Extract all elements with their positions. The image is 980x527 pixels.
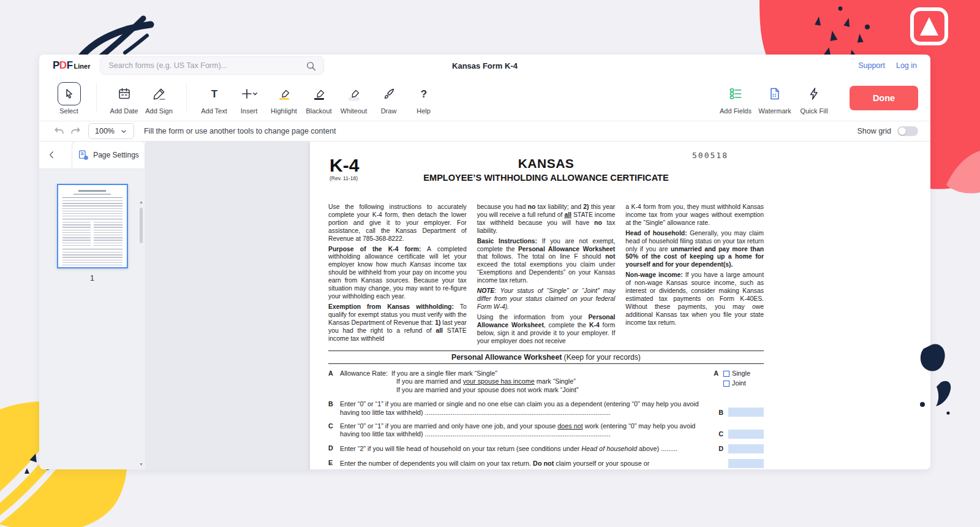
redo-button[interactable] xyxy=(67,123,83,139)
pdfliner-badge xyxy=(912,9,946,44)
navy-drips xyxy=(815,7,870,59)
show-grid-toggle[interactable] xyxy=(897,126,918,136)
paragraph: Head of household: Generally, you may cl… xyxy=(625,230,764,270)
topbar: PDF Liner Kansas Form K-4 Support Log in xyxy=(39,55,930,75)
instruction-column-1: Use the following instructions to accura… xyxy=(328,203,467,347)
paragraph: Purpose of the K-4 form: A completed wit… xyxy=(328,246,467,301)
field-e[interactable] xyxy=(728,459,764,468)
field-b[interactable] xyxy=(728,408,764,417)
single-checkbox[interactable] xyxy=(723,371,729,377)
svg-text:?: ? xyxy=(420,88,426,99)
form-revision: (Rev. 11-18) xyxy=(330,175,358,181)
tab-page-settings[interactable]: Page Settings xyxy=(72,141,145,169)
tool-highlight[interactable]: Highlight xyxy=(266,82,301,115)
zoom-value: 100% xyxy=(95,127,115,135)
form-title: KANSAS xyxy=(383,156,709,171)
add-fields-icon xyxy=(724,82,747,105)
option-single[interactable]: Single xyxy=(723,370,764,377)
whiteout-marker-icon xyxy=(342,82,366,105)
blackout-marker-icon xyxy=(307,82,331,105)
tool-add-sign[interactable]: Add Sign xyxy=(141,82,176,115)
logo-text: P xyxy=(53,59,59,72)
tool-draw[interactable]: Draw xyxy=(371,82,406,115)
instructions: Use the following instructions to accura… xyxy=(328,203,764,347)
tool-blackout[interactable]: Blackout xyxy=(301,82,336,115)
worksheet-line-e: E Enter the number of dependents you wil… xyxy=(328,459,764,468)
toolbar-right: Add Fields Watermark Quick Fill Done xyxy=(716,82,918,115)
option-joint[interactable]: Joint xyxy=(723,379,764,387)
topbar-links: Support Log in xyxy=(858,61,917,70)
option-label: Joint xyxy=(732,379,746,387)
option-label: Single xyxy=(732,370,750,377)
brush-icon xyxy=(377,82,401,105)
pink-accent xyxy=(946,151,980,194)
field-d[interactable] xyxy=(728,444,764,453)
page-settings-icon xyxy=(78,150,89,161)
form-code: K-4 xyxy=(330,156,359,175)
page-number: 1 xyxy=(39,274,145,282)
line-letter: D xyxy=(328,444,340,452)
chevron-down-icon xyxy=(120,128,127,134)
form-subtitle: EMPLOYEE’S WITHHOLDING ALLOWANCE CERTIFI… xyxy=(383,173,709,183)
tool-quick-fill[interactable]: Quick Fill xyxy=(794,82,834,115)
line-ref: A xyxy=(707,370,718,377)
select-icon xyxy=(58,82,81,105)
tool-help[interactable]: ? Help xyxy=(406,82,441,115)
pdf-page: 500518 K-4 (Rev. 11-18) KANSAS EMPLOYEE’… xyxy=(310,142,782,469)
collapse-panel-button[interactable] xyxy=(39,141,65,169)
allowance-options: Single Joint xyxy=(723,370,764,390)
undo-button[interactable] xyxy=(51,123,67,139)
panel-scrollbar: ▲ ▼ xyxy=(138,199,145,468)
right-panel xyxy=(782,142,930,469)
paragraph: a K-4 form from you, they must withhold … xyxy=(625,203,764,227)
tool-add-text[interactable]: T Add Text xyxy=(197,82,232,115)
tool-add-fields[interactable]: Add Fields xyxy=(716,82,755,115)
line-text: Enter the number of dependents you will … xyxy=(340,460,710,468)
subtoolbar: 100% Fill the form or use another tools … xyxy=(39,121,930,142)
watermark-icon xyxy=(763,82,786,105)
line-ref: D xyxy=(712,445,723,453)
toolbar-hint: Fill the form or use another tools to ch… xyxy=(144,127,336,135)
instruction-column-2: because you had no tax liability; and 2)… xyxy=(477,203,616,347)
tool-add-date[interactable]: Add Date xyxy=(107,82,141,115)
page-thumbnail[interactable] xyxy=(57,184,128,268)
lightning-icon xyxy=(802,82,826,105)
worksheet-line-b: B Enter “0” or “1” if you are married or… xyxy=(328,400,764,417)
login-link[interactable]: Log in xyxy=(896,61,917,70)
search-input[interactable] xyxy=(100,57,323,74)
support-link[interactable]: Support xyxy=(858,61,885,70)
thumbnails-list: 1 ▲ ▼ xyxy=(39,169,145,469)
tool-watermark[interactable]: Watermark xyxy=(755,82,794,115)
search-icon[interactable] xyxy=(304,59,318,75)
scroll-up-arrow[interactable]: ▲ xyxy=(138,199,145,206)
joint-checkbox[interactable] xyxy=(723,381,729,387)
done-button[interactable]: Done xyxy=(850,86,918,110)
zoom-select[interactable]: 100% xyxy=(88,123,134,139)
help-icon: ? xyxy=(412,82,435,105)
document-canvas: 500518 K-4 (Rev. 11-18) KANSAS EMPLOYEE’… xyxy=(145,142,782,469)
tool-select[interactable]: Select xyxy=(51,82,86,115)
pdfliner-logo[interactable]: PDF Liner xyxy=(53,59,90,72)
insert-plus-icon xyxy=(238,82,261,105)
toolbar-divider xyxy=(186,84,187,112)
field-c[interactable] xyxy=(728,430,764,439)
show-grid-group: Show grid xyxy=(857,126,918,136)
page-settings-label: Page Settings xyxy=(93,151,139,159)
signature-pen-icon xyxy=(148,82,171,105)
paragraph: Exemption from Kansas withholding: To qu… xyxy=(328,303,467,343)
paragraph: Non-wage income: If you have a large amo… xyxy=(625,271,764,327)
tool-insert[interactable]: Insert xyxy=(232,82,266,115)
stage: PDF Liner Kansas Form K-4 Support Log in xyxy=(0,0,980,527)
calendar-icon xyxy=(113,82,136,105)
line-text: If you are married and your spouse has i… xyxy=(340,377,705,385)
line-text: Allowance Rate: If you are a single file… xyxy=(340,370,705,377)
main-area: Page Settings 1 xyxy=(39,142,930,469)
toggle-knob xyxy=(899,127,906,135)
form-header: K-4 (Rev. 11-18) KANSAS EMPLOYEE’S WITHH… xyxy=(328,156,764,195)
scroll-down-arrow[interactable]: ▼ xyxy=(138,461,145,468)
line-letter: E xyxy=(328,459,340,467)
tool-whiteout[interactable]: Whiteout xyxy=(336,82,371,115)
worksheet-line-c: C Enter “0” or “1” if you are married an… xyxy=(328,422,764,439)
paragraph: NOTE: Your status of “Single” or “Joint”… xyxy=(477,287,616,311)
scrollbar-thumb[interactable] xyxy=(140,208,143,243)
